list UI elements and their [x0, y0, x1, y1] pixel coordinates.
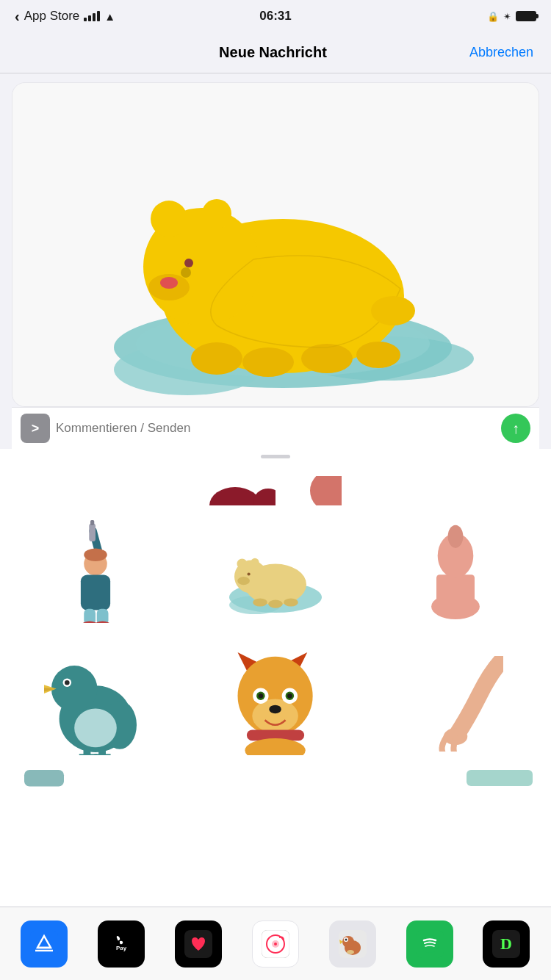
svg-point-13 [242, 347, 294, 377]
app-store-label: App Store [24, 9, 80, 24]
appstore-icon[interactable] [21, 920, 68, 968]
svg-point-46 [51, 666, 98, 712]
svg-rect-26 [84, 609, 96, 623]
svg-point-59 [259, 693, 264, 699]
sticker-grid [0, 505, 551, 770]
dock-item-health[interactable] [175, 920, 222, 968]
svg-point-37 [247, 572, 250, 575]
svg-point-35 [251, 558, 259, 566]
dock-item-applepay[interactable]: Pay [98, 920, 145, 968]
sticker-arm[interactable] [365, 638, 545, 770]
send-button[interactable]: ↑ [501, 414, 530, 443]
svg-point-50 [65, 680, 70, 685]
svg-point-56 [252, 699, 298, 732]
nav-title: Neue Nachricht [219, 44, 327, 61]
svg-point-14 [301, 344, 353, 373]
svg-point-15 [356, 342, 400, 368]
bluetooth-icon: ✴ [503, 11, 511, 22]
svg-point-78 [274, 943, 277, 945]
health-logo [184, 930, 212, 958]
dodo-logo [339, 930, 367, 958]
music-icon[interactable] [252, 920, 299, 968]
svg-text:D: D [501, 934, 513, 953]
message-area: > ↑ [0, 73, 551, 449]
svg-point-48 [75, 709, 118, 748]
dock-item-dayone[interactable]: D [483, 920, 530, 968]
svg-point-24 [84, 549, 108, 562]
svg-rect-42 [436, 574, 475, 610]
svg-point-65 [245, 738, 305, 755]
partial-sticker-bottom-right[interactable] [463, 770, 536, 799]
svg-point-86 [421, 935, 439, 953]
svg-rect-67 [24, 770, 64, 787]
svg-point-8 [181, 267, 191, 278]
dayone-logo: D [492, 930, 520, 958]
signal-bars-icon [84, 11, 100, 21]
svg-point-39 [268, 600, 283, 608]
svg-point-12 [191, 342, 242, 375]
svg-point-38 [253, 598, 267, 606]
svg-point-6 [151, 201, 187, 237]
svg-point-34 [237, 559, 247, 569]
svg-point-81 [342, 936, 354, 948]
battery-area: 🔒 ✴ [487, 11, 536, 22]
expand-icon: > [32, 421, 40, 436]
partial-sticker-right[interactable] [290, 476, 342, 505]
svg-point-19 [310, 476, 342, 505]
svg-point-63 [269, 705, 281, 714]
drag-handle[interactable] [261, 455, 290, 458]
sticker-panel [0, 449, 551, 980]
svg-point-62 [287, 693, 292, 699]
expand-button[interactable]: > [21, 414, 50, 443]
svg-point-16 [371, 296, 415, 325]
dayone-icon[interactable]: D [483, 920, 530, 968]
svg-point-17 [209, 487, 261, 505]
nav-bar: Neue Nachricht Abbrechen [0, 32, 551, 73]
partial-stickers [209, 465, 342, 505]
sticker-polar-bear-small[interactable] [186, 505, 366, 638]
svg-point-84 [347, 950, 354, 954]
appstore-logo [30, 930, 58, 958]
svg-point-7 [202, 199, 231, 228]
partial-sticker-left[interactable] [209, 465, 276, 505]
page: ‹ App Store ▲ 06:31 🔒 ✴ Neue Nachricht A… [0, 0, 551, 980]
svg-point-83 [345, 938, 347, 940]
dodo-sticker-icon[interactable] [329, 920, 376, 968]
dock-item-dodo-stickers[interactable] [329, 920, 376, 968]
sticker-dodo[interactable] [6, 638, 186, 770]
dock: Pay [0, 907, 551, 980]
health-icon[interactable] [175, 920, 222, 968]
send-icon: ↑ [512, 421, 519, 436]
status-bar: ‹ App Store ▲ 06:31 🔒 ✴ [0, 0, 551, 32]
polar-bear-sticker [12, 83, 539, 406]
partial-sticker-bottom-left[interactable] [15, 770, 73, 803]
dock-item-spotify[interactable] [406, 920, 453, 968]
music-logo [262, 930, 289, 958]
svg-rect-27 [97, 609, 109, 623]
svg-rect-25 [81, 574, 110, 610]
input-row: > ↑ [12, 407, 539, 449]
sticker-man-bottle[interactable] [6, 505, 186, 638]
svg-point-18 [253, 489, 276, 505]
sticker-row-partial [0, 461, 551, 505]
cancel-button[interactable]: Abbrechen [469, 45, 533, 60]
time-display: 06:31 [259, 9, 291, 24]
svg-rect-22 [90, 520, 94, 525]
message-bubble [12, 82, 539, 407]
svg-rect-21 [90, 523, 96, 541]
svg-point-10 [160, 277, 178, 289]
svg-text:Pay: Pay [116, 945, 127, 951]
svg-rect-68 [467, 770, 533, 786]
dock-item-music[interactable] [252, 920, 299, 968]
applepay-logo: Pay [107, 930, 135, 958]
sticker-shiba[interactable] [186, 638, 366, 770]
svg-point-44 [447, 525, 463, 548]
spotify-icon[interactable] [406, 920, 453, 968]
applepay-icon[interactable]: Pay [98, 920, 145, 968]
dock-item-appstore[interactable] [21, 920, 68, 968]
comment-input[interactable] [56, 421, 495, 436]
battery-icon [516, 11, 536, 21]
sticker-condom[interactable] [365, 505, 545, 638]
back-arrow-icon: ‹ [15, 8, 20, 25]
partial-bottom-row [0, 770, 551, 807]
